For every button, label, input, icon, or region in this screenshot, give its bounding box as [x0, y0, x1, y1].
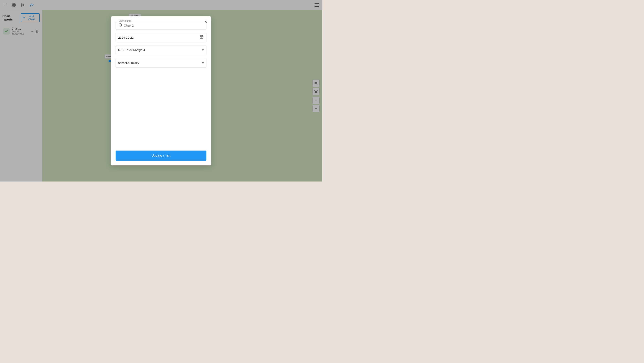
chart-icon: [118, 23, 122, 28]
modal-dialog: ✕ Chart name: [111, 16, 211, 166]
modal-overlay: ✕ Chart name: [0, 0, 322, 182]
modal-content-spacer: [116, 71, 206, 147]
update-chart-label: Update chart: [151, 154, 170, 157]
vehicle-select-value: REF Truck MVQ284: [118, 48, 202, 52]
sensor-select-value: sensor.humidity: [118, 61, 202, 64]
chart-name-input-row: [118, 23, 204, 28]
vehicle-dropdown-icon: ▾: [202, 48, 204, 52]
svg-text:31: 31: [201, 37, 202, 38]
date-input-row: 31: [118, 35, 204, 40]
sensor-dropdown-icon: ▾: [202, 61, 204, 65]
sensor-select[interactable]: sensor.humidity ▾: [116, 58, 206, 68]
date-input[interactable]: [118, 36, 198, 39]
update-chart-button[interactable]: Update chart: [116, 150, 206, 160]
date-field: 31: [116, 33, 206, 42]
chart-name-field: Chart name: [116, 21, 206, 30]
vehicle-select[interactable]: REF Truck MVQ284 ▾: [116, 45, 206, 55]
modal-body: Chart name: [111, 16, 211, 147]
chart-name-label: Chart name: [118, 20, 132, 22]
calendar-icon[interactable]: 31: [200, 35, 204, 40]
modal-footer: Update chart: [111, 147, 211, 166]
chart-name-input[interactable]: [124, 24, 204, 27]
